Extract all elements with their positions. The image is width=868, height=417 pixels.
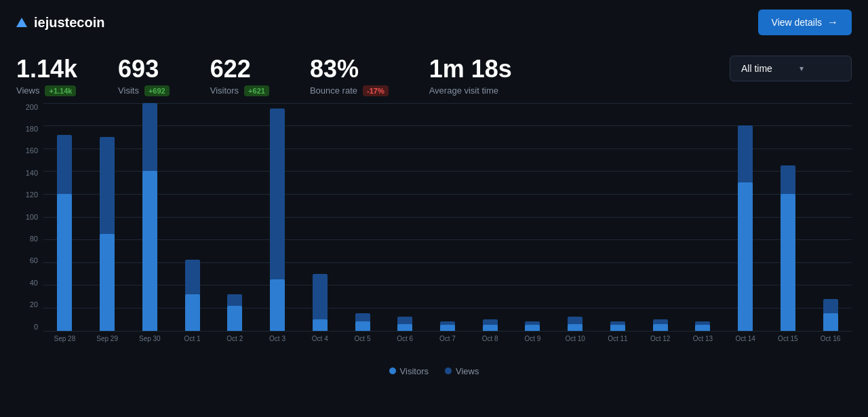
bar-visitors — [610, 325, 625, 330]
stats-row: 1.14k Views +1.14k 693 Visits +692 622 V… — [0, 45, 868, 103]
y-axis-label: 0 — [16, 323, 41, 331]
header: iejustecoin View details → — [0, 0, 868, 45]
chart-inner — [43, 103, 852, 331]
x-axis-label: Oct 6 — [384, 335, 427, 342]
legend-visitors: Visitors — [389, 366, 429, 376]
time-selector-area: All time ▾ — [730, 56, 852, 81]
bar-visitors — [270, 279, 285, 331]
time-dropdown-label: All time — [741, 63, 772, 74]
bar-group — [597, 103, 639, 331]
x-axis-label: Oct 16 — [809, 335, 852, 342]
stat-visits-value: 693 — [118, 56, 170, 83]
logo-area: iejustecoin — [16, 15, 104, 31]
x-axis-label: Oct 5 — [341, 335, 384, 342]
logo-triangle-icon — [16, 18, 27, 27]
y-axis-label: 80 — [16, 235, 41, 243]
bar-group — [86, 103, 129, 331]
bar-group — [682, 103, 724, 331]
bar-visitors — [823, 313, 838, 330]
x-axis-label: Oct 12 — [639, 335, 682, 342]
x-axis-label: Oct 2 — [214, 335, 256, 342]
x-axis-label: Sep 28 — [43, 335, 86, 342]
bar-group — [171, 103, 214, 331]
visitors-dot-icon — [389, 368, 396, 374]
legend-visitors-label: Visitors — [400, 366, 429, 376]
bar-visitors — [57, 194, 72, 331]
stat-views-value: 1.14k — [16, 56, 77, 83]
stat-visits-label: Visits — [118, 85, 139, 96]
x-axis-label: Sep 29 — [86, 335, 129, 342]
stat-visitors-badge: +621 — [244, 85, 269, 96]
bar-visitors — [440, 325, 455, 330]
stat-avg-visit-label: Average visit time — [429, 85, 498, 96]
y-axis-label: 160 — [16, 146, 41, 155]
bar-group — [469, 103, 511, 331]
bar-group — [341, 103, 384, 331]
bar-visitors — [227, 306, 242, 331]
time-dropdown[interactable]: All time ▾ — [730, 56, 852, 81]
y-axis-label: 140 — [16, 169, 41, 177]
y-axis-label: 40 — [16, 279, 41, 287]
x-axis-label: Oct 3 — [256, 335, 299, 342]
bar-visitors — [313, 319, 328, 331]
bar-group — [766, 103, 809, 331]
y-axis-label: 20 — [16, 300, 41, 309]
bar-visitors — [568, 324, 583, 331]
bar-visitors — [142, 171, 157, 330]
bar-group — [128, 103, 171, 331]
chevron-down-icon: ▾ — [800, 64, 804, 73]
x-labels: Sep 28Sep 29Sep 30Oct 1Oct 2Oct 3Oct 4Oc… — [43, 331, 852, 347]
y-axis-label: 120 — [16, 191, 41, 199]
bar-group — [554, 103, 597, 331]
arrow-right-icon: → — [827, 16, 838, 28]
chart-area: 200180160140120100806040200 Sep 28Sep 29… — [16, 103, 852, 361]
x-axis-label: Oct 10 — [554, 335, 597, 342]
stat-visitors: 622 Visitors +621 — [210, 56, 269, 96]
x-axis-label: Oct 14 — [724, 335, 767, 342]
y-axis-label: 200 — [16, 103, 41, 111]
bar-visitors — [525, 325, 540, 330]
stat-visits-badge: +692 — [144, 85, 170, 96]
x-axis-label: Oct 13 — [682, 335, 724, 342]
x-axis-label: Sep 30 — [128, 335, 171, 342]
bar-group — [511, 103, 554, 331]
bar-visitors — [100, 234, 115, 331]
stat-views-label: Views — [16, 85, 39, 96]
stat-views: 1.14k Views +1.14k — [16, 56, 77, 96]
bar-visitors — [483, 325, 498, 330]
stat-bounce-rate-label: Bounce rate — [310, 85, 357, 96]
bar-group — [427, 103, 469, 331]
stat-visitors-label: Visitors — [210, 85, 239, 96]
x-axis-label: Oct 1 — [171, 335, 214, 342]
bar-visitors — [185, 294, 200, 331]
stat-avg-visit-value: 1m 18s — [429, 56, 512, 83]
y-axis-label: 180 — [16, 125, 41, 133]
site-title: iejustecoin — [34, 15, 104, 31]
stat-bounce-rate-badge: -17% — [363, 85, 389, 96]
bar-group — [384, 103, 427, 331]
bars-area — [43, 103, 852, 331]
bar-group — [256, 103, 299, 331]
stat-visits: 693 Visits +692 — [118, 56, 170, 96]
bar-visitors — [653, 324, 668, 331]
views-dot-icon — [445, 368, 452, 374]
stat-avg-visit: 1m 18s Average visit time — [429, 56, 512, 96]
x-axis-label: Oct 8 — [469, 335, 511, 342]
bar-visitors — [355, 321, 370, 330]
legend: Visitors Views — [0, 361, 868, 382]
view-details-button[interactable]: View details → — [758, 9, 852, 35]
bar-group — [298, 103, 341, 331]
bar-visitors — [781, 194, 795, 331]
x-axis-label: Oct 11 — [597, 335, 639, 342]
stat-bounce-rate-value: 83% — [310, 56, 389, 83]
bar-visitors — [695, 325, 710, 330]
x-axis-label: Oct 4 — [298, 335, 341, 342]
x-axis-label: Oct 7 — [427, 335, 469, 342]
y-axis-label: 100 — [16, 213, 41, 221]
stat-bounce-rate: 83% Bounce rate -17% — [310, 56, 389, 96]
bar-visitors — [738, 182, 753, 330]
y-axis-label: 60 — [16, 256, 41, 264]
bar-group — [43, 103, 86, 331]
chart-container: 200180160140120100806040200 Sep 28Sep 29… — [16, 103, 852, 347]
legend-views: Views — [445, 366, 479, 376]
